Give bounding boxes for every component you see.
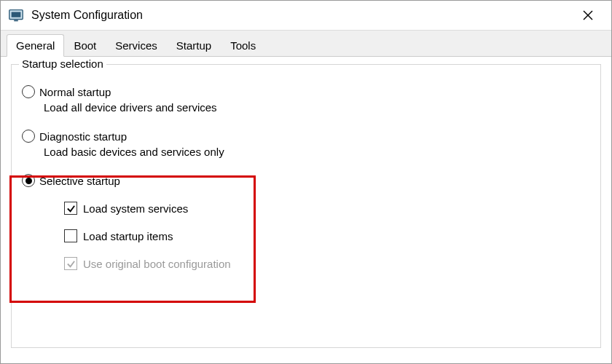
use-original-boot-option: Use original boot configuration bbox=[64, 257, 590, 270]
content-panel: Startup selection Normal startup Load al… bbox=[1, 57, 611, 363]
checkbox-load-services[interactable] bbox=[64, 202, 77, 215]
load-startup-items-label: Load startup items bbox=[83, 230, 173, 242]
load-system-services-option[interactable]: Load system services bbox=[64, 202, 590, 215]
selective-startup-option[interactable]: Selective startup bbox=[22, 174, 590, 187]
use-original-boot-label: Use original boot configuration bbox=[83, 258, 231, 270]
svg-rect-2 bbox=[14, 20, 18, 21]
checkbox-load-startup-items[interactable] bbox=[64, 229, 77, 242]
checkmark-icon bbox=[66, 204, 76, 213]
app-icon bbox=[8, 7, 24, 23]
checkmark-icon bbox=[66, 259, 76, 269]
checkbox-original-boot bbox=[64, 257, 77, 270]
normal-startup-label: Normal startup bbox=[39, 86, 111, 98]
radio-selective[interactable] bbox=[22, 174, 35, 187]
diagnostic-startup-label: Diagnostic startup bbox=[39, 130, 127, 143]
svg-rect-1 bbox=[12, 12, 21, 17]
load-system-services-label: Load system services bbox=[83, 202, 188, 215]
diagnostic-startup-option[interactable]: Diagnostic startup bbox=[22, 130, 590, 143]
tab-services[interactable]: Services bbox=[106, 34, 167, 57]
radio-normal[interactable] bbox=[22, 85, 35, 98]
normal-startup-desc: Load all device drivers and services bbox=[44, 101, 590, 114]
tab-tools[interactable]: Tools bbox=[221, 34, 265, 57]
load-startup-items-option[interactable]: Load startup items bbox=[64, 229, 590, 242]
tabstrip: General Boot Services Startup Tools bbox=[1, 30, 611, 57]
system-configuration-window: System Configuration General Boot Servic… bbox=[0, 0, 612, 364]
normal-startup-option[interactable]: Normal startup bbox=[22, 85, 590, 98]
close-button[interactable] bbox=[572, 4, 604, 26]
tab-startup[interactable]: Startup bbox=[167, 34, 221, 57]
close-icon bbox=[583, 10, 593, 20]
selective-startup-label: Selective startup bbox=[39, 175, 120, 187]
startup-selection-groupbox: Startup selection Normal startup Load al… bbox=[11, 64, 601, 348]
titlebar: System Configuration bbox=[1, 1, 611, 30]
tab-boot[interactable]: Boot bbox=[64, 34, 106, 57]
tab-general[interactable]: General bbox=[7, 34, 64, 57]
window-title: System Configuration bbox=[31, 9, 572, 22]
diagnostic-startup-desc: Load basic devices and services only bbox=[44, 146, 590, 158]
radio-diagnostic[interactable] bbox=[22, 130, 35, 143]
groupbox-title: Startup selection bbox=[19, 58, 106, 70]
